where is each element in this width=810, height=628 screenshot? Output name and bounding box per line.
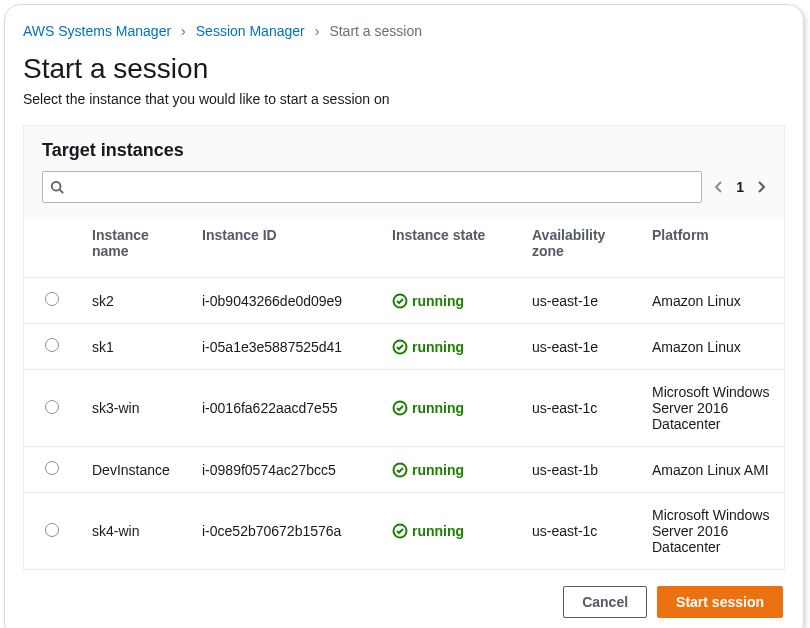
- col-availability-zone[interactable]: Availability zone: [520, 217, 640, 278]
- svg-point-0: [52, 182, 61, 191]
- col-select: [24, 217, 80, 278]
- cell-instance-name: sk3-win: [80, 370, 190, 447]
- cell-platform: Amazon Linux: [640, 324, 784, 370]
- cell-instance-id: i-05a1e3e5887525d41: [190, 324, 380, 370]
- cell-platform: Microsoft Windows Server 2016 Datacenter: [640, 370, 784, 447]
- state-text: running: [412, 293, 464, 309]
- cell-availability-zone: us-east-1c: [520, 370, 640, 447]
- status-ok-icon: [392, 293, 408, 309]
- cell-instance-state: running: [380, 447, 520, 493]
- cell-instance-name: sk2: [80, 278, 190, 324]
- footer-actions: Cancel Start session: [23, 570, 785, 620]
- prev-page-button[interactable]: [714, 180, 724, 194]
- svg-line-1: [60, 190, 64, 194]
- select-radio[interactable]: [45, 461, 59, 475]
- instances-table: Instance name Instance ID Instance state…: [24, 217, 784, 569]
- cell-instance-id: i-0b9043266de0d09e9: [190, 278, 380, 324]
- breadcrumb-link[interactable]: Session Manager: [196, 23, 305, 39]
- cell-instance-state: running: [380, 324, 520, 370]
- chevron-right-icon: ›: [315, 23, 320, 39]
- search-icon: [50, 180, 64, 194]
- col-instance-id[interactable]: Instance ID: [190, 217, 380, 278]
- start-session-button[interactable]: Start session: [657, 586, 783, 618]
- cell-instance-state: running: [380, 493, 520, 570]
- chevron-right-icon: ›: [181, 23, 186, 39]
- cell-instance-id: i-0016fa622aacd7e55: [190, 370, 380, 447]
- breadcrumb-current: Start a session: [329, 23, 422, 39]
- page-number: 1: [736, 179, 744, 195]
- cell-availability-zone: us-east-1c: [520, 493, 640, 570]
- cell-instance-id: i-0ce52b70672b1576a: [190, 493, 380, 570]
- breadcrumb-link[interactable]: AWS Systems Manager: [23, 23, 171, 39]
- cell-instance-state: running: [380, 370, 520, 447]
- state-text: running: [412, 400, 464, 416]
- select-radio[interactable]: [45, 400, 59, 414]
- col-instance-state[interactable]: Instance state: [380, 217, 520, 278]
- status-ok-icon: [392, 339, 408, 355]
- cell-instance-state: running: [380, 278, 520, 324]
- cell-platform: Amazon Linux: [640, 278, 784, 324]
- state-text: running: [412, 339, 464, 355]
- table-row: DevInstancei-0989f0574ac27bcc5runningus-…: [24, 447, 784, 493]
- cell-availability-zone: us-east-1e: [520, 324, 640, 370]
- cell-availability-zone: us-east-1e: [520, 278, 640, 324]
- cell-instance-name: sk1: [80, 324, 190, 370]
- search-wrap: [42, 171, 702, 203]
- table-row: sk3-wini-0016fa622aacd7e55runningus-east…: [24, 370, 784, 447]
- select-radio[interactable]: [45, 523, 59, 537]
- breadcrumb: AWS Systems Manager › Session Manager › …: [23, 19, 785, 53]
- chevron-left-icon: [714, 180, 724, 194]
- table-row: sk1i-05a1e3e5887525d41runningus-east-1eA…: [24, 324, 784, 370]
- panel-title: Target instances: [24, 140, 784, 171]
- pagination: 1: [714, 179, 766, 195]
- target-instances-panel: Target instances 1: [23, 125, 785, 570]
- cell-instance-id: i-0989f0574ac27bcc5: [190, 447, 380, 493]
- select-radio[interactable]: [45, 338, 59, 352]
- table-row: sk4-wini-0ce52b70672b1576arunningus-east…: [24, 493, 784, 570]
- state-text: running: [412, 462, 464, 478]
- cell-availability-zone: us-east-1b: [520, 447, 640, 493]
- cancel-button[interactable]: Cancel: [563, 586, 647, 618]
- cell-instance-name: sk4-win: [80, 493, 190, 570]
- status-ok-icon: [392, 462, 408, 478]
- table-row: sk2i-0b9043266de0d09e9runningus-east-1eA…: [24, 278, 784, 324]
- cell-instance-name: DevInstance: [80, 447, 190, 493]
- cell-platform: Microsoft Windows Server 2016 Datacenter: [640, 493, 784, 570]
- col-instance-name[interactable]: Instance name: [80, 217, 190, 278]
- col-platform[interactable]: Platform: [640, 217, 784, 278]
- status-ok-icon: [392, 523, 408, 539]
- search-input[interactable]: [42, 171, 702, 203]
- state-text: running: [412, 523, 464, 539]
- cell-platform: Amazon Linux AMI: [640, 447, 784, 493]
- page-subtitle: Select the instance that you would like …: [23, 91, 785, 107]
- status-ok-icon: [392, 400, 408, 416]
- next-page-button[interactable]: [756, 180, 766, 194]
- page-title: Start a session: [23, 53, 785, 85]
- select-radio[interactable]: [45, 292, 59, 306]
- chevron-right-icon: [756, 180, 766, 194]
